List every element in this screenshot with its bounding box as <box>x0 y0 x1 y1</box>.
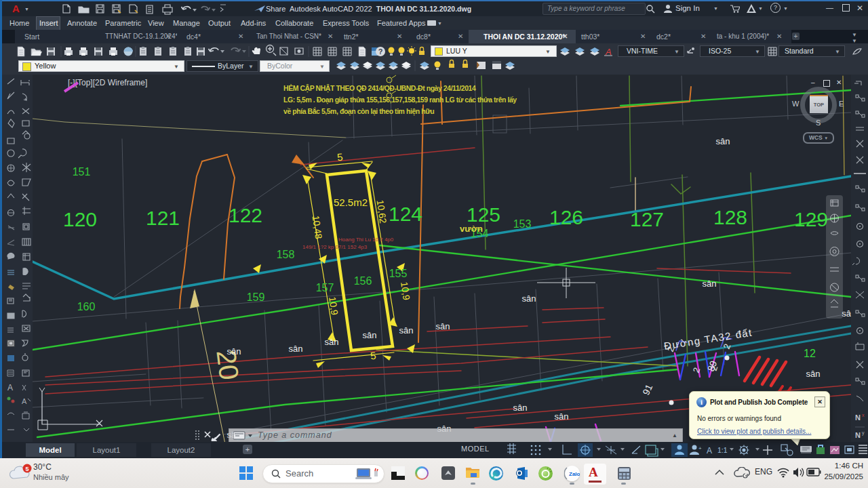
svg-text:sân: sân <box>513 403 528 413</box>
svg-text:52.5m2: 52.5m2 <box>334 197 368 208</box>
svg-text:sân: sân <box>806 369 821 379</box>
svg-text:?: ? <box>378 47 383 56</box>
svg-text:sân: sân <box>436 321 450 331</box>
svg-text:sâ: sâ <box>842 308 851 319</box>
svg-text:2: 2 <box>691 366 703 374</box>
svg-text:5: 5 <box>336 151 343 163</box>
svg-text:149/1 1?2 kp 07/1 152 4p3: 149/1 1?2 kp 07/1 152 4p3 <box>302 244 368 250</box>
svg-text:LG: 5,5m . Đoạn giáp thửa 155,: LG: 5,5m . Đoạn giáp thửa 155,156,157,15… <box>283 96 517 104</box>
svg-text:12: 12 <box>804 348 816 359</box>
svg-text:158: 158 <box>277 249 295 260</box>
svg-text:sân: sân <box>716 136 730 146</box>
svg-text:157: 157 <box>316 282 334 293</box>
svg-text:10,9: 10,9 <box>327 296 340 316</box>
svg-text:A: A <box>22 397 27 405</box>
svg-text:x: x <box>862 413 865 418</box>
svg-text:5: 5 <box>370 350 376 362</box>
svg-text:91: 91 <box>640 382 654 396</box>
svg-text:126: 126 <box>549 206 583 228</box>
svg-text:125: 125 <box>467 203 500 226</box>
svg-text:sân: sân <box>555 411 569 422</box>
svg-text:121: 121 <box>146 207 180 229</box>
svg-text:y: y <box>862 430 865 436</box>
svg-text:vườn: vườn <box>460 224 483 234</box>
svg-text:sân: sân <box>522 293 536 304</box>
svg-text:120: 120 <box>63 208 97 230</box>
svg-text:sân: sân <box>399 325 414 336</box>
svg-text:A: A <box>707 446 712 455</box>
svg-text:127: 127 <box>630 208 664 230</box>
svg-text:129: 129 <box>794 208 828 230</box>
svg-text:sân: sân <box>363 330 377 340</box>
svg-text:1:1: 1:1 <box>717 446 728 454</box>
svg-text:sân: sân <box>227 346 241 357</box>
svg-text:sân: sân <box>703 279 717 289</box>
svg-text:151: 151 <box>73 166 91 178</box>
svg-text:Hoang Thi Lu 10 2 4p0: Hoang Thi Lu 10 2 4p0 <box>338 237 394 243</box>
svg-text:sân: sân <box>325 337 339 347</box>
svg-text:155: 155 <box>389 268 408 279</box>
svg-text:Zalo: Zalo <box>569 471 580 477</box>
svg-text:5: 5 <box>25 466 28 472</box>
svg-text:HẺM CẬP NHẬT THEO QĐ 2414/QĐ-U: HẺM CẬP NHẬT THEO QĐ 2414/QĐ-UBND-Đt ngà… <box>283 84 476 93</box>
svg-text:Đường TA32 đất: Đường TA32 đất <box>663 327 753 352</box>
svg-text:[-][Top][2D Wireframe]: [-][Top][2D Wireframe] <box>68 78 147 87</box>
svg-text:N: N <box>855 413 861 422</box>
svg-text:+: + <box>698 445 702 451</box>
svg-text:10,48: 10,48 <box>311 215 325 240</box>
svg-text:A: A <box>7 383 13 392</box>
svg-text:160: 160 <box>77 301 96 312</box>
svg-text:156: 156 <box>354 275 372 287</box>
svg-text:10,62: 10,62 <box>375 199 389 224</box>
svg-text:128: 128 <box>713 206 747 228</box>
svg-text:153: 153 <box>513 218 532 230</box>
svg-text:124: 124 <box>389 203 422 225</box>
svg-text:122: 122 <box>229 204 262 226</box>
svg-text:10,9: 10,9 <box>399 281 412 301</box>
svg-text:sân: sân <box>289 344 303 354</box>
svg-text:159: 159 <box>247 291 265 303</box>
svg-text:N: N <box>855 431 861 439</box>
svg-text:về phía Bắc 5,5m, đoạn còn lại: về phía Bắc 5,5m, đoạn còn lại theo tim … <box>283 107 434 116</box>
